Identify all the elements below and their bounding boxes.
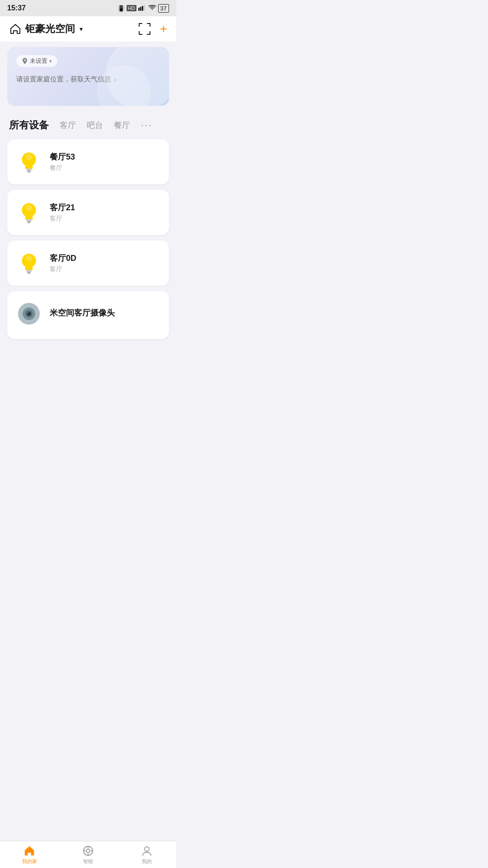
svg-point-16 [26,154,32,160]
svg-rect-9 [139,31,140,35]
wifi-icon [148,5,156,12]
device-card-living21[interactable]: 客厅21 客厅 [7,190,169,235]
svg-rect-25 [28,273,31,274]
home-icon [9,23,22,35]
svg-rect-2 [142,6,143,11]
add-button[interactable]: + [160,23,167,35]
svg-rect-7 [150,23,150,27]
weather-card[interactable]: 未设置 ▾ 请设置家庭位置，获取天气信息 › [7,47,169,106]
svg-rect-15 [28,171,31,173]
location-label: 未设置 [30,57,47,65]
svg-rect-14 [27,170,31,171]
device-list: 餐厅53 餐厅 客厅21 客厅 [0,136,176,343]
svg-point-26 [26,255,32,262]
svg-point-31 [28,312,29,314]
header: 钜豪光空间 ▾ + [0,16,176,42]
chevron-down-icon[interactable]: ▾ [80,25,83,33]
device-name-2: 客厅21 [50,202,160,213]
svg-point-21 [26,205,32,211]
device-name-1: 餐厅53 [50,151,160,162]
tab-living-room[interactable]: 客厅 [60,120,76,131]
tab-bar[interactable]: 吧台 [87,120,103,131]
scan-button[interactable] [137,22,152,36]
hd-badge: HD [127,5,136,11]
weather-prompt[interactable]: 请设置家庭位置，获取天气信息 › [16,75,160,84]
device-icon-bulb-1 [16,149,42,175]
filter-tabs: 所有设备 客厅 吧台 餐厅 ··· [0,111,176,136]
status-bar: 15:37 📳 HD 37 [0,0,176,16]
svg-rect-23 [26,270,32,271]
svg-rect-0 [138,8,140,11]
svg-rect-24 [27,271,31,273]
tab-dining-room[interactable]: 餐厅 [114,120,130,131]
device-info-4: 米空间客厅摄像头 [50,307,160,320]
location-chevron: ▾ [49,58,52,64]
svg-rect-3 [144,5,145,11]
tab-all-devices[interactable]: 所有设备 [9,118,49,132]
device-name-3: 客厅0D [50,253,160,264]
device-room-2: 客厅 [50,215,160,223]
device-icon-camera [16,301,42,326]
status-time: 15:37 [7,4,26,12]
device-info-1: 餐厅53 餐厅 [50,151,160,172]
vibrate-icon: 📳 [117,5,125,12]
svg-rect-20 [28,222,31,223]
device-room-3: 客厅 [50,265,160,274]
device-name-4: 米空间客厅摄像头 [50,307,160,318]
device-card-camera[interactable]: 米空间客厅摄像头 [7,291,169,339]
svg-rect-5 [139,23,140,27]
header-left[interactable]: 钜豪光空间 ▾ [9,22,83,36]
location-icon [22,57,28,65]
device-card-cantin53[interactable]: 餐厅53 餐厅 [7,139,169,184]
weather-prompt-text: 请设置家庭位置，获取天气信息 [16,75,111,84]
svg-rect-18 [26,219,32,221]
battery-icon: 37 [158,4,169,13]
tab-more-icon[interactable]: ··· [141,119,152,131]
svg-rect-19 [27,221,31,222]
device-icon-bulb-2 [16,200,42,225]
device-icon-bulb-3 [16,250,42,276]
device-info-3: 客厅0D 客厅 [50,253,160,274]
device-info-2: 客厅21 客厅 [50,202,160,223]
header-right: + [137,22,167,36]
signal-icon [138,5,146,12]
svg-rect-13 [26,169,32,170]
location-tag[interactable]: 未设置 ▾ [16,55,57,67]
device-room-1: 餐厅 [50,164,160,172]
svg-rect-11 [150,31,150,35]
device-card-living0d[interactable]: 客厅0D 客厅 [7,241,169,286]
page-title: 钜豪光空间 [25,22,75,36]
weather-arrow-icon: › [114,75,116,84]
status-icons: 📳 HD 37 [117,4,169,13]
svg-rect-1 [140,7,141,11]
